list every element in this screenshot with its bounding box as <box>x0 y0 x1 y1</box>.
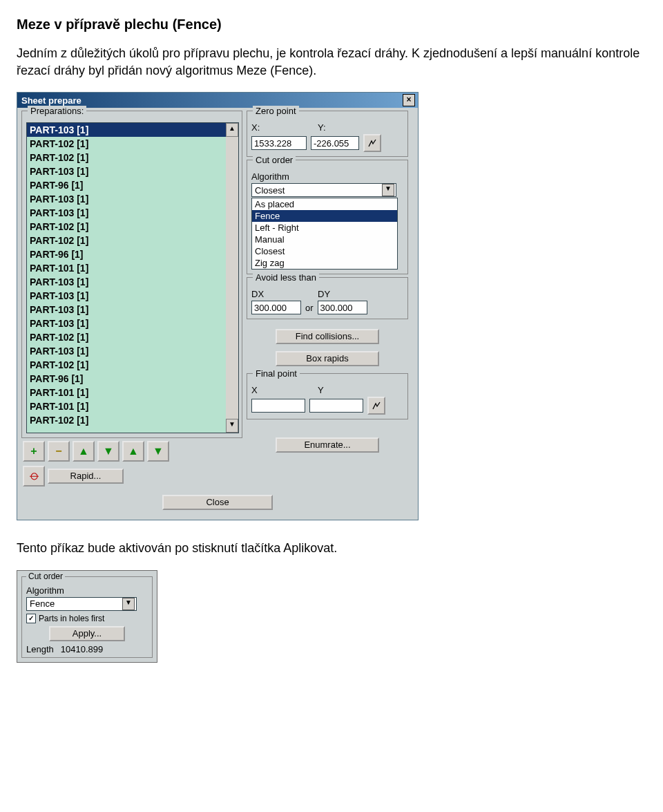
algorithm-combo[interactable]: Closest ▼ <box>251 183 396 197</box>
list-item[interactable]: PART-103 [1] <box>27 206 238 220</box>
box-rapids-button[interactable]: Box rapids <box>276 351 379 366</box>
pick-zero-point-icon[interactable] <box>363 134 381 152</box>
algorithm-option[interactable]: Zig zag <box>252 257 397 269</box>
scroll-track[interactable] <box>226 137 238 419</box>
rapid-button[interactable]: Rapid... <box>48 469 124 484</box>
length-label: Length <box>26 644 54 654</box>
dy-label: DY <box>318 289 330 299</box>
checkbox-icon[interactable]: ✓ <box>26 614 36 623</box>
cut-order-panel: Cut order Algorithm Fence ▼ ✓ Parts in h… <box>17 570 157 663</box>
sheet-prepare-dialog: Sheet prepare × Preparations: PART-103 [… <box>17 92 419 520</box>
move-bottom-button[interactable]: ▼ <box>147 441 169 462</box>
cut-order-group: Cut order Algorithm Closest ▼ As placed … <box>247 160 408 274</box>
remove-button[interactable]: − <box>48 441 70 462</box>
doc-heading: Meze v přípravě plechu (Fence) <box>17 17 646 32</box>
find-collisions-button[interactable]: Find collisions... <box>276 329 379 344</box>
list-item[interactable]: PART-102 [1] <box>27 413 238 427</box>
algorithm-option[interactable]: As placed <box>252 198 397 210</box>
list-item[interactable]: PART-102 [1] <box>27 137 238 151</box>
doc-paragraph-2: Tento příkaz bude aktivován po stisknutí… <box>17 540 646 557</box>
pick-final-point-icon[interactable] <box>367 397 385 415</box>
final-y-input[interactable] <box>309 399 363 413</box>
list-item[interactable]: PART-96 [1] <box>27 178 238 192</box>
list-item[interactable]: PART-102 [1] <box>27 234 238 247</box>
algorithm-small-selected: Fence <box>30 598 55 609</box>
length-value: 10410.899 <box>61 644 103 654</box>
avoid-group: Avoid less than DX DY or <box>247 277 408 319</box>
cut-order-small-label: Cut order <box>26 572 65 581</box>
list-item[interactable]: PART-102 [1] <box>27 151 238 164</box>
list-item[interactable]: PART-103 [1] <box>27 317 238 330</box>
dy-input[interactable] <box>318 301 367 314</box>
combo-dropdown-icon[interactable]: ▼ <box>382 184 394 196</box>
list-item[interactable]: PART-103 [1] <box>27 192 238 206</box>
list-item[interactable]: PART-101 [1] <box>27 386 238 399</box>
list-item[interactable]: PART-103 [1] <box>27 164 238 178</box>
final-point-group: Final point X Y <box>247 373 408 419</box>
list-item[interactable]: PART-101 [1] <box>27 261 238 275</box>
list-item[interactable]: PART-103 [1] <box>27 289 238 303</box>
dx-input[interactable] <box>251 301 301 314</box>
algorithm-option[interactable]: Fence <box>252 210 397 222</box>
algorithm-small-combo[interactable]: Fence ▼ <box>26 597 137 611</box>
cut-order-small-group: Cut order Algorithm Fence ▼ ✓ Parts in h… <box>21 576 153 658</box>
parts-in-holes-label: Parts in holes first <box>39 614 104 623</box>
move-up-button[interactable]: ▲ <box>73 441 95 462</box>
algorithm-dropdown-list[interactable]: As placed Fence Left - Right Manual Clos… <box>251 198 398 270</box>
list-item[interactable]: PART-102 [1] <box>27 358 238 372</box>
stop-icon[interactable]: ⦵ <box>23 466 45 487</box>
parts-in-holes-checkbox[interactable]: ✓ Parts in holes first <box>26 614 148 623</box>
final-y-label: Y <box>318 385 324 395</box>
list-item[interactable]: PART-101 [1] <box>27 399 238 413</box>
doc-paragraph: Jedním z důležitých úkolů pro přípravu p… <box>17 45 646 79</box>
final-x-label: X <box>251 385 314 395</box>
zero-y-label: Y: <box>318 122 373 133</box>
apply-button[interactable]: Apply... <box>49 626 125 641</box>
close-button[interactable]: Close <box>162 495 273 510</box>
move-top-button[interactable]: ▲ <box>122 441 144 462</box>
list-item[interactable]: PART-102 [1] <box>27 330 238 344</box>
algorithm-option[interactable]: Left - Right <box>252 222 397 234</box>
list-toolbar: + − ▲ ▼ ▲ ▼ <box>21 438 242 464</box>
avoid-label: Avoid less than <box>253 272 319 283</box>
add-button[interactable]: + <box>23 441 45 462</box>
list-item[interactable]: PART-96 [1] <box>27 372 238 386</box>
list-item[interactable]: PART-103 [1] <box>27 303 238 317</box>
move-down-button[interactable]: ▼ <box>97 441 119 462</box>
close-icon[interactable]: × <box>403 94 415 106</box>
list-item[interactable]: PART-103 [1] <box>27 275 238 289</box>
scroll-up-icon[interactable]: ▲ <box>226 123 238 137</box>
preparations-label: Preparations: <box>28 106 86 116</box>
zero-point-label: Zero point <box>253 106 299 116</box>
algorithm-label: Algorithm <box>251 171 403 182</box>
length-row: Length 10410.899 <box>26 644 148 654</box>
zero-x-label: X: <box>251 122 314 133</box>
algorithm-selected: Closest <box>255 185 285 196</box>
combo-dropdown-icon[interactable]: ▼ <box>122 598 135 610</box>
algorithm-option[interactable]: Closest <box>252 245 397 257</box>
algorithm-small-label: Algorithm <box>26 585 148 596</box>
final-point-label: Final point <box>253 368 300 379</box>
list-item[interactable]: PART-96 [1] <box>27 247 238 261</box>
cut-order-label: Cut order <box>253 155 296 165</box>
zero-y-input[interactable] <box>311 136 359 150</box>
dx-label: DX <box>251 289 314 299</box>
enumerate-button[interactable]: Enumrate... <box>276 437 379 453</box>
or-label: or <box>305 303 314 313</box>
final-x-input[interactable] <box>251 399 305 413</box>
dialog-title: Sheet prepare <box>21 95 81 106</box>
list-item[interactable]: PART-103 [1] <box>27 344 238 358</box>
list-item[interactable]: PART-103 [1] <box>27 123 238 137</box>
algorithm-option[interactable]: Manual <box>252 234 397 245</box>
scroll-down-icon[interactable]: ▼ <box>226 419 238 433</box>
zero-point-group: Zero point X: Y: <box>247 111 408 157</box>
preparations-group: Preparations: PART-103 [1]PART-102 [1]PA… <box>21 111 242 438</box>
parts-listbox[interactable]: PART-103 [1]PART-102 [1]PART-102 [1]PART… <box>26 122 239 433</box>
list-item[interactable]: PART-102 [1] <box>27 220 238 234</box>
zero-x-input[interactable] <box>251 136 307 150</box>
listbox-scrollbar[interactable]: ▲ ▼ <box>226 123 238 433</box>
